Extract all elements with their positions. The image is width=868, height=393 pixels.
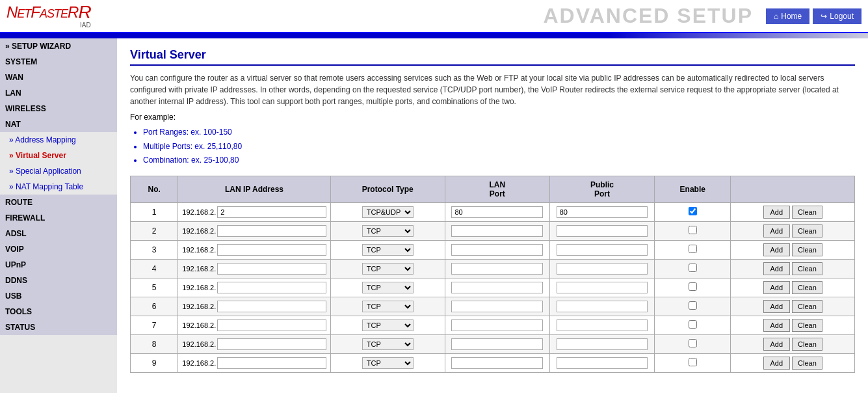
clean-button[interactable]: Clean [792,281,822,294]
sidebar-item-firewall[interactable]: FIREWALL [0,210,117,226]
sidebar-item-address-mapping[interactable]: » Address Mapping [0,132,117,148]
proto-select[interactable]: TCPUDPTCP&UDP [362,357,414,369]
sidebar-item-system[interactable]: SYSTEM [0,54,117,70]
proto-select[interactable]: TCPUDPTCP&UDP [362,338,414,350]
sidebar-item-upnp[interactable]: UPnP [0,257,117,273]
row-pub-port [549,202,654,221]
add-button[interactable]: Add [763,281,791,294]
sidebar-item-nat-mapping-table[interactable]: » NAT Mapping Table [0,179,117,195]
enable-checkbox[interactable] [689,264,697,272]
sidebar-item-special-application[interactable]: » Special Application [0,163,117,179]
home-button[interactable]: ⌂ Home [766,8,809,24]
proto-select[interactable]: TCPUDPTCP&UDP [362,244,414,256]
logo: NETFASTERR IAD [7,3,91,29]
pub-port-input[interactable] [557,263,648,275]
home-icon: ⌂ [774,12,778,21]
lan-port-input[interactable] [451,282,543,293]
sidebar-item-nat[interactable]: NAT [0,116,117,132]
lan-port-input[interactable] [451,206,543,218]
sidebar-item-virtual-server[interactable]: » Virtual Server [0,148,117,163]
clean-button[interactable]: Clean [792,206,822,219]
enable-checkbox[interactable] [689,358,697,366]
row-actions: AddClean [731,202,855,221]
row-enable [655,316,731,334]
add-button[interactable]: Add [763,357,791,370]
clean-button[interactable]: Clean [792,300,822,313]
ip-suffix-input[interactable] [217,301,326,312]
add-button[interactable]: Add [763,262,791,275]
proto-select[interactable]: TCPUDPTCP&UDP [362,225,414,237]
lan-port-input[interactable] [451,244,543,256]
lan-port-input[interactable] [451,338,543,350]
sidebar-item-setup-wizard[interactable]: » SETUP WIZARD [0,38,117,54]
ip-suffix-input[interactable] [217,263,326,275]
header: NETFASTERR IAD ADVANCED SETUP ⌂ Home ↪ L… [0,0,868,33]
clean-button[interactable]: Clean [792,262,822,275]
ip-suffix-input[interactable] [217,225,326,237]
sidebar-item-wan[interactable]: WAN [0,70,117,85]
lan-port-input[interactable] [451,357,543,369]
row-proto: TCPUDPTCP&UDP [330,278,445,297]
enable-checkbox[interactable] [689,301,697,310]
add-button[interactable]: Add [763,243,791,256]
lan-port-input[interactable] [451,301,543,312]
row-enable [655,240,731,259]
add-button[interactable]: Add [763,319,791,332]
pub-port-input[interactable] [557,301,648,312]
ip-suffix-input[interactable] [217,338,326,350]
sidebar-item-wireless[interactable]: WIRELESS [0,101,117,116]
add-button[interactable]: Add [763,338,791,351]
proto-select[interactable]: TCPUDPTCP&UDP [362,206,414,218]
row-number: 6 [131,297,178,316]
sidebar-item-status[interactable]: STATUS [0,319,117,335]
clean-button[interactable]: Clean [792,243,822,256]
ip-prefix: 192.168.2. [182,303,216,310]
clean-button[interactable]: Clean [792,319,822,332]
proto-select[interactable]: TCPUDPTCP&UDP [362,282,414,293]
logout-icon: ↪ [821,12,827,21]
ip-suffix-input[interactable] [217,357,326,369]
add-button[interactable]: Add [763,206,791,219]
pub-port-input[interactable] [557,338,648,350]
enable-checkbox[interactable] [689,320,697,329]
pub-port-input[interactable] [557,225,648,237]
sidebar-item-usb[interactable]: USB [0,288,117,304]
sidebar-item-lan[interactable]: LAN [0,85,117,101]
ip-suffix-input[interactable] [217,206,326,218]
row-ip: 192.168.2. [178,334,331,353]
proto-select[interactable]: TCPUDPTCP&UDP [362,319,414,331]
ip-prefix: 192.168.2. [182,227,216,235]
ip-suffix-input[interactable] [217,244,326,256]
proto-select[interactable]: TCPUDPTCP&UDP [362,263,414,275]
clean-button[interactable]: Clean [792,224,822,237]
sidebar-item-voip[interactable]: VOIP [0,241,117,257]
add-button[interactable]: Add [763,224,791,237]
enable-checkbox[interactable] [689,282,697,291]
enable-checkbox[interactable] [689,245,697,253]
sidebar-item-tools[interactable]: TOOLS [0,304,117,319]
ip-suffix-input[interactable] [217,282,326,293]
pub-port-input[interactable] [557,282,648,293]
enable-checkbox[interactable] [689,226,697,234]
clean-button[interactable]: Clean [792,357,822,370]
row-number: 9 [131,353,178,372]
proto-select[interactable]: TCPUDPTCP&UDP [362,301,414,312]
sidebar-item-adsl[interactable]: ADSL [0,226,117,241]
sidebar-item-ddns[interactable]: DDNS [0,273,117,288]
clean-button[interactable]: Clean [792,338,822,351]
lan-port-input[interactable] [451,225,543,237]
lan-port-input[interactable] [451,319,543,331]
lan-port-input[interactable] [451,263,543,275]
row-ip: 192.168.2. [178,221,331,240]
enable-checkbox[interactable] [689,339,697,347]
pub-port-input[interactable] [557,357,648,369]
pub-port-input[interactable] [557,206,648,218]
ip-suffix-input[interactable] [217,319,326,331]
logout-button[interactable]: ↪ Logout [813,8,861,24]
sidebar-item-route[interactable]: ROUTE [0,195,117,210]
table-row: 9192.168.2.TCPUDPTCP&UDPAddClean [131,353,855,372]
pub-port-input[interactable] [557,244,648,256]
add-button[interactable]: Add [763,300,791,313]
pub-port-input[interactable] [557,319,648,331]
enable-checkbox[interactable] [689,207,697,215]
